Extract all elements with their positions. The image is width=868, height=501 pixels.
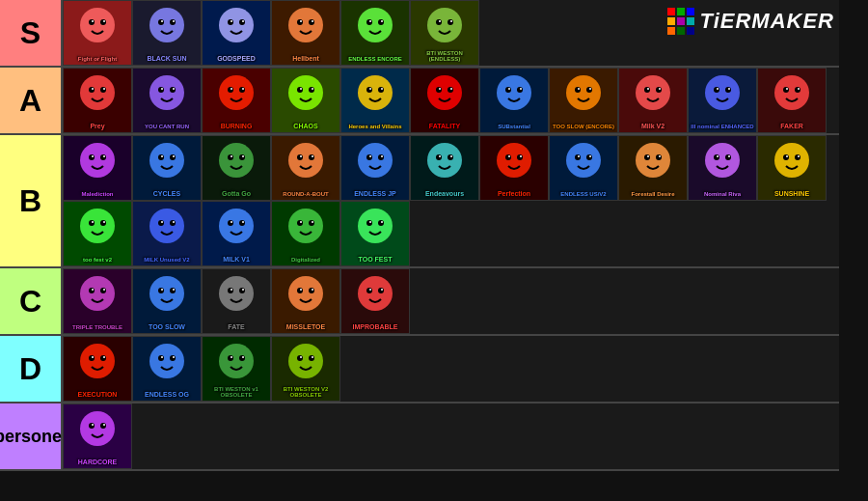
- svg-point-86: [89, 154, 95, 160]
- tier-item[interactable]: Prey: [63, 68, 132, 133]
- tier-item[interactable]: Fight or Flight: [63, 0, 132, 66]
- tier-item[interactable]: MISSLETOE: [271, 268, 340, 334]
- tier-item[interactable]: SUBstantial: [479, 68, 549, 133]
- tier-item[interactable]: Endeavours: [410, 135, 479, 201]
- svg-point-94: [173, 155, 175, 157]
- tier-item[interactable]: FAKER: [757, 68, 827, 133]
- tier-item[interactable]: TOO SLOW: [132, 268, 202, 334]
- tier-item[interactable]: TOO FEST: [340, 201, 410, 266]
- tier-item-label: FATALITY: [427, 122, 462, 132]
- tier-item[interactable]: FATE: [202, 268, 271, 334]
- tier-item-label: CHAOS: [291, 122, 319, 132]
- svg-point-184: [312, 289, 313, 291]
- svg-point-63: [508, 88, 510, 90]
- tier-item[interactable]: Gotta Go: [202, 135, 271, 201]
- svg-point-194: [103, 356, 105, 358]
- tier-item[interactable]: ROUND-A-BOUT: [271, 135, 340, 201]
- svg-point-191: [89, 355, 95, 361]
- tier-item-label: IMPROBABLE: [350, 322, 399, 333]
- svg-point-127: [656, 154, 662, 160]
- tier-item[interactable]: Milk V2: [618, 68, 688, 133]
- tier-item[interactable]: ENDLESS US/V2: [549, 135, 618, 201]
- svg-point-199: [173, 356, 175, 358]
- tier-item[interactable]: GODSPEED: [202, 0, 271, 66]
- svg-point-81: [783, 87, 789, 93]
- tier-item[interactable]: BTI WESTON V2 OBSOLETE: [271, 336, 340, 402]
- svg-point-70: [636, 75, 670, 110]
- svg-point-22: [378, 19, 384, 25]
- svg-point-40: [219, 75, 254, 110]
- tier-item[interactable]: MILK Unused V2: [132, 201, 202, 266]
- svg-point-163: [369, 221, 371, 223]
- tier-item[interactable]: EXECUTION: [63, 336, 132, 402]
- svg-point-90: [149, 143, 184, 178]
- tier-item[interactable]: Malediction: [63, 135, 132, 201]
- svg-point-198: [161, 356, 163, 358]
- tier-item[interactable]: BURNING: [202, 68, 271, 133]
- tier-item-label: Heroes and Villains: [346, 123, 403, 132]
- tier-items-B: MaledictionCYCLESGotta GoROUND-A-BOUTEND…: [63, 135, 839, 266]
- tier-item[interactable]: TRIPLE TROUBLE: [63, 268, 132, 334]
- tier-item-label: SUNSHINE: [773, 189, 811, 200]
- tier-item[interactable]: BTI WESTON v1 OBSOLETE: [202, 336, 271, 402]
- tier-item[interactable]: IMPROBABLE: [340, 268, 410, 334]
- tier-item[interactable]: ENDLESS OG: [132, 336, 202, 402]
- svg-point-145: [149, 209, 184, 243]
- svg-point-13: [231, 20, 232, 22]
- svg-point-45: [288, 75, 323, 110]
- svg-point-205: [288, 344, 323, 378]
- tier-item-label: ENDLESS ENCORE: [346, 55, 404, 65]
- svg-point-166: [89, 288, 95, 293]
- tier-item-label: EXECUTION: [76, 390, 120, 401]
- tier-item[interactable]: SUNSHINE: [757, 135, 827, 201]
- svg-point-99: [242, 155, 244, 157]
- tier-item[interactable]: TOO SLOW (ENCORE): [549, 68, 618, 133]
- tier-label-S: S: [0, 0, 63, 66]
- svg-point-25: [427, 8, 462, 42]
- svg-point-158: [300, 221, 302, 223]
- svg-point-134: [728, 155, 730, 157]
- svg-point-160: [358, 209, 393, 243]
- tier-item-label: Endeavours: [423, 189, 466, 200]
- svg-point-53: [369, 88, 371, 90]
- svg-point-213: [92, 424, 94, 426]
- tier-item[interactable]: Hellbent: [271, 0, 340, 66]
- tier-item[interactable]: YOU CANT RUN: [132, 68, 202, 133]
- svg-point-189: [381, 289, 383, 291]
- svg-point-154: [242, 221, 244, 223]
- tier-label-D: D: [0, 336, 63, 402]
- svg-point-83: [786, 88, 788, 90]
- tier-item[interactable]: BTI WESTON (ENDLESS): [410, 0, 479, 66]
- tier-item[interactable]: too fest v2: [63, 201, 132, 266]
- svg-point-128: [647, 155, 649, 157]
- tier-item[interactable]: BLACK SUN: [132, 0, 202, 66]
- svg-point-209: [312, 356, 313, 358]
- tier-item[interactable]: ENDLESS ENCORE: [340, 0, 410, 66]
- tier-item[interactable]: Digitalized: [271, 201, 340, 266]
- tier-item[interactable]: ENDLESS JP: [340, 135, 410, 201]
- tier-item-label: Nominal Riva: [702, 190, 743, 200]
- tier-item[interactable]: MILK V1: [202, 201, 271, 266]
- svg-point-186: [366, 288, 372, 293]
- svg-point-12: [239, 19, 245, 25]
- tier-item-label: TOO FEST: [357, 255, 394, 265]
- svg-point-202: [239, 355, 245, 361]
- svg-point-103: [300, 155, 302, 157]
- tier-item-label: FATE: [226, 322, 246, 333]
- tier-item[interactable]: CHAOS: [271, 68, 340, 133]
- tier-item[interactable]: Nominal Riva: [688, 135, 757, 201]
- tier-item[interactable]: Perfection: [479, 135, 549, 201]
- tier-row-A: APreyYOU CANT RUNBURNINGCHAOSHeroes and …: [0, 68, 839, 135]
- svg-point-69: [589, 88, 591, 90]
- svg-point-72: [656, 87, 662, 93]
- tier-item[interactable]: FATALITY: [410, 68, 479, 133]
- tier-item[interactable]: CYCLES: [132, 135, 202, 201]
- tier-item[interactable]: Forestall Desire: [618, 135, 688, 201]
- tier-item[interactable]: Ill nominal ENHANCED: [688, 68, 757, 133]
- logo-grid-icon: [667, 8, 694, 35]
- svg-point-143: [92, 221, 94, 223]
- svg-point-41: [228, 87, 233, 93]
- tier-item[interactable]: Heroes and Villains: [340, 68, 410, 133]
- tier-item[interactable]: HARDCORE: [63, 404, 132, 469]
- svg-point-169: [103, 289, 105, 291]
